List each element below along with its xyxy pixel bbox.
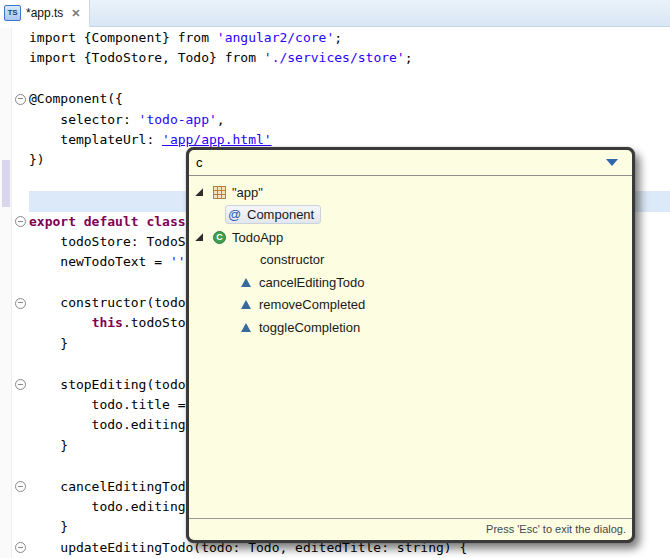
fold-column bbox=[12, 375, 29, 395]
annotation-ruler bbox=[0, 497, 12, 517]
annotation-ruler bbox=[0, 232, 12, 252]
outline-item-canceleditingtodo[interactable]: cancelEditingTodo bbox=[189, 271, 632, 294]
dropdown-menu-icon[interactable] bbox=[606, 159, 618, 166]
code-text bbox=[29, 69, 670, 89]
decorator-icon: @ bbox=[228, 207, 241, 222]
fold-column bbox=[12, 456, 29, 476]
outline-item-label: cancelEditingTodo bbox=[259, 275, 365, 290]
outline-item-label: Component bbox=[247, 207, 314, 222]
collapse-icon[interactable] bbox=[15, 216, 26, 227]
outline-item-label: TodoApp bbox=[232, 230, 283, 245]
annotation-ruler bbox=[0, 89, 12, 109]
tree-expanded-icon[interactable] bbox=[195, 233, 203, 241]
code-line: selector: 'todo-app', bbox=[0, 110, 670, 130]
fold-column bbox=[12, 415, 29, 435]
code-line: @Component({ bbox=[0, 89, 670, 109]
outline-item-inner: toggleCompletion bbox=[238, 318, 367, 337]
fold-column bbox=[12, 212, 29, 232]
editor-tab-bar: TS *app.ts ✕ bbox=[0, 0, 670, 27]
fold-column bbox=[12, 69, 29, 89]
outline-tree: "app"@ComponentCTodoAppconstructorcancel… bbox=[189, 176, 632, 518]
annotation-ruler bbox=[0, 273, 12, 293]
annotation-ruler bbox=[0, 110, 12, 130]
outline-item-inner: CTodoApp bbox=[210, 228, 290, 247]
outline-filter-row bbox=[189, 150, 632, 176]
fold-column bbox=[12, 28, 29, 48]
fold-column bbox=[12, 232, 29, 252]
annotation-ruler bbox=[0, 517, 12, 537]
fold-column bbox=[12, 48, 29, 68]
outline-item-constructor[interactable]: constructor bbox=[189, 249, 632, 272]
fold-column bbox=[12, 538, 29, 558]
annotation-ruler bbox=[0, 436, 12, 456]
outline-item-todoapp[interactable]: CTodoApp bbox=[189, 226, 632, 249]
annotation-ruler bbox=[0, 334, 12, 354]
tree-expanded-icon[interactable] bbox=[195, 188, 203, 196]
outline-item-inner: "app" bbox=[210, 183, 270, 202]
typescript-file-icon: TS bbox=[4, 5, 21, 21]
collapse-icon[interactable] bbox=[15, 298, 26, 309]
close-tab-icon[interactable]: ✕ bbox=[71, 7, 80, 20]
annotation-ruler bbox=[0, 48, 12, 68]
outline-item-inner: cancelEditingTodo bbox=[238, 273, 372, 292]
fold-column bbox=[12, 517, 29, 537]
annotation-ruler bbox=[0, 395, 12, 415]
fold-column bbox=[12, 497, 29, 517]
outline-filter-input[interactable] bbox=[189, 150, 632, 175]
outline-item-inner: constructor bbox=[238, 250, 331, 269]
method-icon bbox=[241, 323, 251, 332]
collapse-icon[interactable] bbox=[15, 94, 26, 105]
tab-title: *app.ts bbox=[26, 6, 63, 20]
outline-item-label: "app" bbox=[232, 185, 263, 200]
collapse-icon[interactable] bbox=[15, 542, 26, 553]
method-icon bbox=[241, 300, 251, 309]
annotation-ruler bbox=[0, 313, 12, 333]
fold-column bbox=[12, 273, 29, 293]
outline-item-label: toggleCompletion bbox=[259, 320, 360, 335]
fold-column bbox=[12, 110, 29, 130]
code-text: @Component({ bbox=[29, 89, 670, 109]
fold-column bbox=[12, 89, 29, 109]
fold-column bbox=[12, 436, 29, 456]
annotation-ruler bbox=[0, 130, 12, 150]
annotation-ruler bbox=[0, 252, 12, 272]
annotation-ruler bbox=[0, 28, 12, 48]
fold-column bbox=[12, 477, 29, 497]
range-indicator bbox=[2, 160, 10, 207]
code-line: import {Component} from 'angular2/core'; bbox=[0, 28, 670, 48]
fold-column bbox=[12, 313, 29, 333]
method-icon bbox=[241, 278, 251, 287]
fold-column bbox=[12, 293, 29, 313]
code-text: import {TodoStore, Todo} from './service… bbox=[29, 48, 670, 68]
collapse-icon[interactable] bbox=[15, 379, 26, 390]
annotation-ruler bbox=[0, 538, 12, 558]
outline-item-togglecompletion[interactable]: toggleCompletion bbox=[189, 316, 632, 339]
module-icon bbox=[213, 186, 226, 199]
fold-column bbox=[12, 130, 29, 150]
fold-column bbox=[12, 191, 29, 211]
outline-item-app[interactable]: "app" bbox=[189, 181, 632, 204]
fold-column bbox=[12, 150, 29, 170]
code-line: import {TodoStore, Todo} from './service… bbox=[0, 48, 670, 68]
outline-item-label: constructor bbox=[260, 252, 324, 267]
annotation-ruler bbox=[0, 354, 12, 374]
fold-column bbox=[12, 354, 29, 374]
fold-column bbox=[12, 171, 29, 191]
code-text: import {Component} from 'angular2/core'; bbox=[29, 28, 670, 48]
annotation-ruler bbox=[0, 456, 12, 476]
annotation-ruler bbox=[0, 375, 12, 395]
class-icon: C bbox=[213, 231, 226, 244]
collapse-icon[interactable] bbox=[15, 481, 26, 492]
outline-item-component[interactable]: @Component bbox=[189, 204, 632, 227]
code-text: selector: 'todo-app', bbox=[29, 110, 670, 130]
none-icon bbox=[241, 253, 254, 266]
fold-column bbox=[12, 334, 29, 354]
outline-item-inner: @Component bbox=[225, 205, 321, 224]
annotation-ruler bbox=[0, 69, 12, 89]
outline-item-label: removeCompleted bbox=[259, 297, 365, 312]
outline-item-inner: removeCompleted bbox=[238, 295, 372, 314]
code-line bbox=[0, 69, 670, 89]
tab-app-ts[interactable]: TS *app.ts ✕ bbox=[0, 0, 90, 27]
annotation-ruler bbox=[0, 415, 12, 435]
outline-item-removecompleted[interactable]: removeCompleted bbox=[189, 294, 632, 317]
